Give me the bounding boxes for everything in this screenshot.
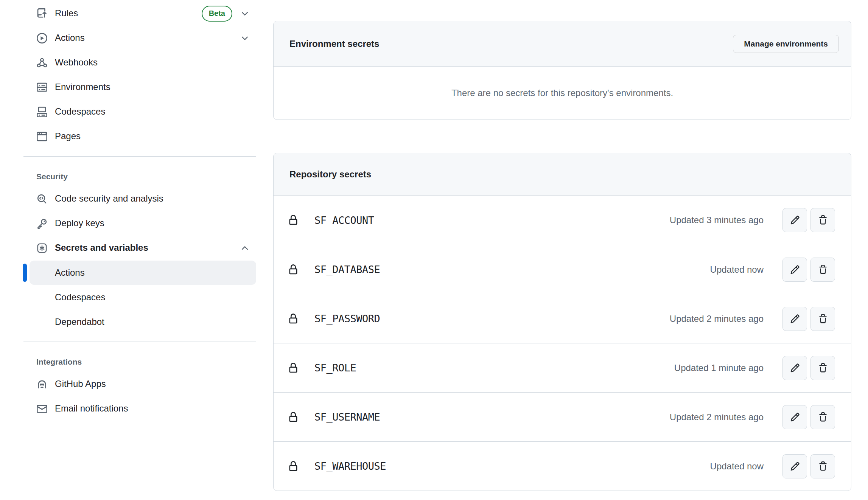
environment-secrets-header: Environment secrets Manage environments [274,21,851,67]
sidebar-item-label: Actions [55,33,85,43]
trash-icon [818,363,828,373]
delete-secret-button[interactable] [810,208,835,232]
sidebar-subitem-dependabot[interactable]: Dependabot [30,310,256,334]
sidebar-item-label: Code security and analysis [55,193,163,204]
sidebar-divider [23,342,256,342]
environments-icon [37,82,47,93]
delete-secret-button[interactable] [810,405,835,429]
sidebar-item-codespaces[interactable]: Codespaces [23,99,265,124]
repository-secrets-header: Repository secrets [274,153,851,196]
sidebar-item-label: Email notifications [55,403,128,414]
sidebar-item-label: Codespaces [55,106,105,117]
sidebar-item-label: GitHub Apps [55,379,106,390]
pencil-icon [790,314,800,324]
environment-secrets-panel: Environment secrets Manage environments … [273,21,851,120]
actions-icon [37,33,47,43]
delete-secret-button[interactable] [810,454,835,478]
edit-secret-button[interactable] [782,454,807,478]
secret-name: SF_ACCOUNT [314,214,374,226]
delete-secret-button[interactable] [810,258,835,282]
delete-secret-button[interactable] [810,307,835,331]
sidebar-item-webhooks[interactable]: Webhooks [23,50,265,75]
secret-row: SF_ACCOUNTUpdated 3 minutes ago [274,196,851,245]
sidebar-security-sublist: ActionsCodespacesDependabot [23,261,265,334]
trash-icon [818,215,828,225]
mail-icon [37,404,47,414]
sidebar-item-environments[interactable]: Environments [23,75,265,99]
github-apps-icon [37,379,47,390]
edit-secret-button[interactable] [782,307,807,331]
lock-icon [288,214,299,226]
sidebar-section-security: Security [36,167,265,186]
settings-content: Environment secrets Manage environments … [273,0,851,491]
manage-environments-button[interactable]: Manage environments [733,35,839,53]
secret-name: SF_DATABASE [314,264,380,275]
repository-secrets-title: Repository secrets [289,169,371,180]
sidebar-divider [23,156,256,157]
lock-icon [288,313,299,325]
sidebar-subitem-actions[interactable]: Actions [30,261,256,285]
pencil-icon [790,412,800,422]
pencil-icon [790,461,800,471]
sidebar-item-deploy-keys[interactable]: Deploy keys [23,211,265,236]
secret-name: SF_USERNAME [314,411,380,423]
secret-name: SF_WAREHOUSE [314,460,386,472]
sidebar-top-list: RulesBetaActionsWebhooksEnvironmentsCode… [23,1,265,149]
settings-sidebar: RulesBetaActionsWebhooksEnvironmentsCode… [23,0,265,421]
pages-icon [37,131,47,142]
delete-secret-button[interactable] [810,356,835,380]
repository-secrets-list: SF_ACCOUNTUpdated 3 minutes agoSF_DATABA… [274,196,851,491]
sidebar-item-label: Pages [55,131,81,142]
webhook-icon [37,57,47,68]
trash-icon [818,314,828,324]
edit-secret-button[interactable] [782,258,807,282]
secret-row: SF_ROLEUpdated 1 minute ago [274,343,851,392]
secret-row: SF_WAREHOUSEUpdated now [274,441,851,491]
sidebar-item-rules[interactable]: RulesBeta [23,1,265,26]
sidebar-item-github-apps[interactable]: GitHub Apps [23,372,265,396]
secret-updated-timestamp: Updated 1 minute ago [674,363,764,373]
pencil-icon [790,363,800,373]
sidebar-subitem-label: Actions [55,267,85,278]
trash-icon [818,461,828,471]
chevron-down-icon [240,9,250,19]
secret-updated-timestamp: Updated 3 minutes ago [670,215,764,225]
sidebar-subitem-label: Dependabot [55,317,104,327]
trash-icon [818,412,828,422]
sidebar-item-label: Secrets and variables [55,242,148,253]
environment-secrets-title: Environment secrets [289,39,379,49]
edit-secret-button[interactable] [782,356,807,380]
lock-icon [288,461,299,472]
secret-updated-timestamp: Updated 2 minutes ago [670,314,764,324]
secret-row: SF_USERNAMEUpdated 2 minutes ago [274,392,851,441]
sidebar-subitem-codespaces[interactable]: Codespaces [30,285,256,309]
key-icon [37,218,47,229]
chevron-down-icon [240,33,250,43]
sidebar-item-pages[interactable]: Pages [23,124,265,149]
sidebar-item-code-security-and-analysis[interactable]: Code security and analysis [23,186,265,211]
sidebar-item-label: Deploy keys [55,218,104,229]
repository-secrets-panel: Repository secrets SF_ACCOUNTUpdated 3 m… [273,153,851,491]
sidebar-item-label: Rules [55,8,78,19]
edit-secret-button[interactable] [782,208,807,232]
secret-name: SF_ROLE [314,362,356,374]
secrets-icon [37,243,47,253]
rules-icon [37,8,47,19]
secret-name: SF_PASSWORD [314,313,380,325]
secret-row: SF_PASSWORDUpdated 2 minutes ago [274,294,851,343]
secret-updated-timestamp: Updated now [710,264,764,275]
environment-secrets-empty-message: There are no secrets for this repository… [274,67,851,120]
lock-icon [288,362,299,374]
sidebar-item-label: Environments [55,82,110,93]
sidebar-integrations-list: GitHub AppsEmail notifications [23,372,265,421]
sidebar-item-label: Webhooks [55,57,98,68]
secret-updated-timestamp: Updated 2 minutes ago [670,412,764,422]
sidebar-item-email-notifications[interactable]: Email notifications [23,396,265,421]
sidebar-item-actions[interactable]: Actions [23,26,265,50]
edit-secret-button[interactable] [782,405,807,429]
sidebar-item-secrets-and-variables[interactable]: Secrets and variables [23,236,265,260]
pencil-icon [790,215,800,225]
codescan-icon [37,194,47,204]
trash-icon [818,265,828,275]
secret-row: SF_DATABASEUpdated now [274,245,851,294]
